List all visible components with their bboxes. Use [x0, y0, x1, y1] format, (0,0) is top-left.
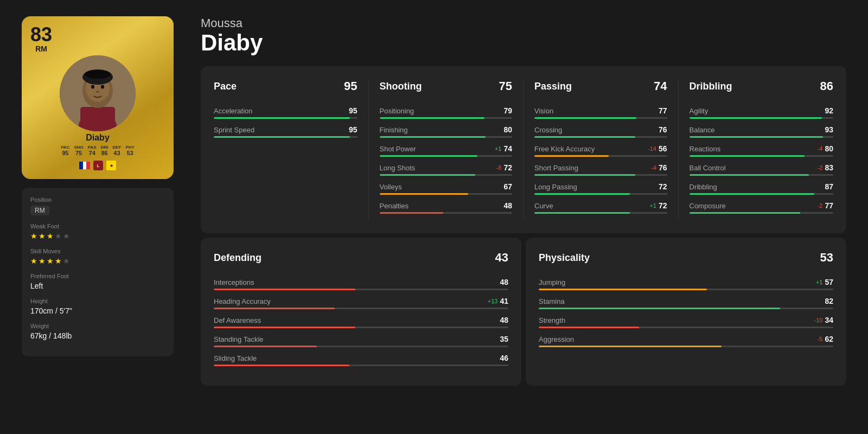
height-label: Height [30, 298, 165, 304]
svg-point-9 [96, 91, 99, 93]
stat-value-container: 93 [825, 125, 833, 134]
stat-value-container: -8 72 [496, 163, 512, 172]
stat-row-defending-1: Heading Accuracy +13 41 [214, 297, 508, 309]
stat-bar-fill [534, 155, 609, 157]
category-name: Defending [214, 252, 261, 264]
stat-name: Interceptions [214, 278, 254, 286]
category-name: Pace [214, 81, 237, 92]
stat-name: Standing Tackle [214, 335, 264, 343]
category-value: 75 [499, 79, 512, 93]
stat-value-container: +1 74 [495, 144, 512, 153]
bottom-stats-row: Defending 43 Interceptions 48 Heading Ac [201, 238, 846, 386]
stat-bar-fill [380, 212, 443, 214]
skill-star-5: ★ [63, 257, 70, 265]
stat-bar-fill [380, 155, 478, 157]
card-flags: L ★ [79, 161, 116, 170]
stat-row-dribbling-3: Ball Control -2 83 [690, 163, 834, 176]
stat-bar [380, 174, 513, 176]
stat-row-shooting-2: Shot Power +1 74 [380, 144, 513, 157]
weight-value: 67kg / 148lb [30, 331, 165, 340]
card-stat-sho: SHO 75 [74, 145, 83, 156]
skill-moves-stars: ★ ★ ★ ★ ★ [30, 257, 165, 265]
stat-value-container: 48 [500, 316, 508, 324]
stat-name: Balance [690, 126, 715, 134]
stat-value: 72 [659, 201, 667, 210]
svg-point-7 [91, 85, 94, 88]
stat-value: 95 [349, 106, 358, 115]
weak-foot-row: Weak Foot ★ ★ ★ ★ ★ [30, 223, 165, 240]
stat-value: 92 [825, 106, 833, 115]
stat-value: 57 [825, 278, 833, 286]
stat-row-physicality-0: Jumping +1 57 [539, 278, 833, 290]
category-name: Passing [534, 81, 572, 92]
stat-bar-fill [690, 212, 800, 214]
stat-bar [214, 327, 508, 328]
card-stat-phy: PHY 53 [125, 145, 134, 156]
stat-row-pace-1: Sprint Speed 95 [214, 125, 358, 138]
skill-star-1: ★ [30, 257, 37, 265]
stat-modifier: -8 [496, 164, 502, 171]
stat-value-container: -10 34 [814, 316, 833, 324]
stat-name: Aggression [539, 335, 574, 343]
stat-value: 77 [825, 201, 833, 210]
stat-modifier: -2 [818, 202, 823, 209]
stat-value: 76 [659, 163, 667, 172]
stat-row-shooting-5: Penalties 48 [380, 201, 513, 214]
stat-bar [690, 136, 834, 138]
player-card: 83 RM [22, 16, 174, 179]
stat-bar [534, 136, 667, 138]
weak-foot-stars: ★ ★ ★ ★ ★ [30, 232, 165, 240]
stat-name: Jumping [539, 278, 565, 286]
card-photo-area [30, 53, 165, 133]
stat-name: Vision [534, 107, 553, 115]
stat-bar-fill [690, 174, 809, 176]
stat-name: Acceleration [214, 107, 253, 115]
club-badge: ★ [106, 161, 116, 170]
stat-bar [380, 155, 513, 157]
stat-name: Shot Power [380, 145, 416, 153]
stat-value: 41 [500, 297, 508, 305]
stat-bar-fill [380, 174, 475, 176]
stat-value-container: 48 [500, 278, 508, 286]
stat-row-shooting-1: Finishing 80 [380, 125, 513, 138]
category-value: 74 [654, 79, 667, 93]
stat-bar-fill [534, 212, 630, 214]
stat-card-defending: Defending 43 Interceptions 48 Heading Ac [201, 238, 521, 386]
stat-modifier: -4 [818, 145, 823, 152]
category-header-dribbling: Dribbling 86 [690, 79, 834, 98]
category-value: 86 [820, 79, 833, 93]
card-stat-def: DEF 43 [112, 145, 121, 156]
skill-star-3: ★ [47, 257, 54, 265]
stat-value-container: -2 83 [818, 163, 833, 172]
star-5: ★ [63, 232, 70, 240]
star-3: ★ [47, 232, 54, 240]
stat-name: Sliding Tackle [214, 354, 257, 362]
top-stats-grid: Pace 95 Acceleration 95 Sprint Spe [201, 66, 846, 233]
stat-name: Strength [539, 316, 565, 324]
stat-value: 48 [500, 278, 508, 286]
left-panel: 83 RM [22, 16, 184, 386]
stat-value: 35 [500, 335, 508, 343]
position-label: Position [30, 196, 165, 203]
stat-value: 72 [503, 163, 512, 172]
category-name: Shooting [380, 81, 422, 92]
stat-bar [690, 193, 834, 195]
stat-value: 46 [500, 354, 508, 362]
stat-value: 93 [825, 125, 833, 134]
stat-row-shooting-0: Positioning 79 [380, 106, 513, 119]
star-1: ★ [30, 232, 37, 240]
stat-bar-fill [690, 117, 822, 119]
preferred-foot-value: Left [30, 282, 165, 290]
stat-bar-fill [380, 136, 486, 138]
stat-value-container: 95 [349, 106, 358, 115]
stat-modifier: -5 [818, 336, 823, 342]
stat-bar-fill [690, 155, 805, 157]
stat-bar [534, 117, 667, 119]
stat-row-dribbling-1: Balance 93 [690, 125, 834, 138]
star-4: ★ [55, 232, 62, 240]
stat-value: 83 [825, 163, 833, 172]
stat-row-passing-3: Short Passing -4 76 [534, 163, 667, 176]
stat-row-passing-5: Curve +1 72 [534, 201, 667, 214]
stat-bar [380, 136, 513, 138]
position-row: Position RM [30, 196, 165, 215]
